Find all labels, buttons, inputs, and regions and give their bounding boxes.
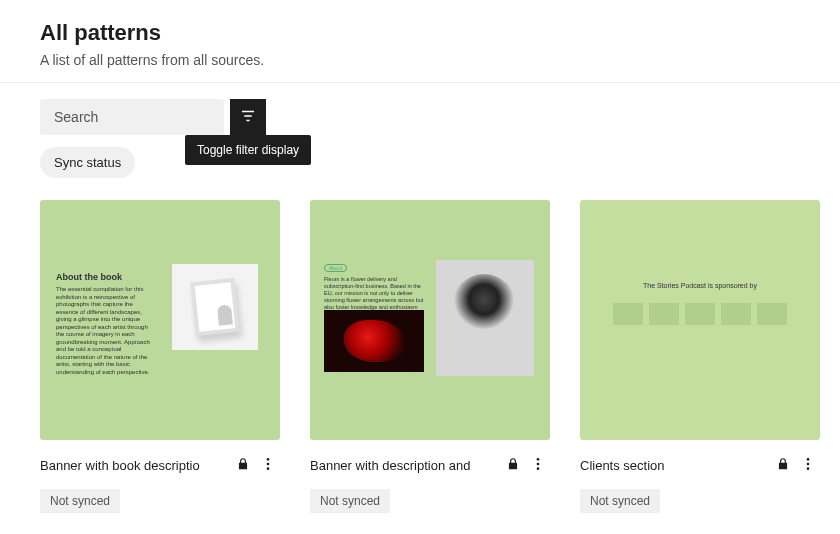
- pattern-card: About the book The essential compilation…: [40, 200, 280, 513]
- lock-icon: [236, 457, 250, 475]
- card-meta-row: Banner with book descriptio: [40, 452, 280, 479]
- logo-placeholder: [757, 303, 787, 325]
- preview-image-bw-plant: [436, 260, 534, 376]
- svg-point-8: [537, 458, 540, 461]
- sync-status-badge: Not synced: [310, 489, 390, 513]
- filter-chips-row: Sync status: [0, 143, 840, 190]
- card-actions: [506, 452, 550, 479]
- preview-chip: About: [324, 264, 347, 272]
- pattern-card: About Fleurs is a flower delivery and su…: [310, 200, 550, 513]
- book-graphic: [190, 278, 239, 336]
- pattern-preview[interactable]: About the book The essential compilation…: [40, 200, 280, 440]
- pattern-title: Banner with description and: [310, 458, 480, 473]
- filter-toggle-button[interactable]: [230, 99, 266, 135]
- logo-placeholder: [649, 303, 679, 325]
- more-vertical-icon: [530, 456, 546, 475]
- preview-logo-row: [580, 303, 820, 325]
- preview-image: [172, 264, 258, 350]
- pattern-preview[interactable]: The Stories Podcast is sponsored by: [580, 200, 820, 440]
- page-description: A list of all patterns from all sources.: [40, 52, 800, 68]
- pattern-card: The Stories Podcast is sponsored by Clie…: [580, 200, 820, 513]
- pattern-title: Clients section: [580, 458, 750, 473]
- more-actions-button[interactable]: [256, 452, 280, 479]
- preview-text-block: About the book The essential compilation…: [56, 272, 156, 376]
- card-actions: [236, 452, 280, 479]
- controls-row: Toggle filter display: [0, 83, 840, 143]
- logo-placeholder: [685, 303, 715, 325]
- page-root: All patterns A list of all patterns from…: [0, 0, 840, 533]
- card-actions: [776, 452, 820, 479]
- sync-status-badge: Not synced: [580, 489, 660, 513]
- card-meta-row: Clients section: [580, 452, 820, 479]
- svg-point-11: [807, 458, 810, 461]
- svg-point-12: [807, 463, 810, 466]
- filter-tooltip: Toggle filter display: [185, 135, 311, 165]
- lock-icon: [776, 457, 790, 475]
- more-actions-button[interactable]: [796, 452, 820, 479]
- logo-placeholder: [721, 303, 751, 325]
- preview-image-red-flower: [324, 310, 424, 372]
- svg-point-6: [267, 463, 270, 466]
- more-vertical-icon: [800, 456, 816, 475]
- page-header: All patterns A list of all patterns from…: [0, 0, 840, 82]
- lock-icon: [506, 457, 520, 475]
- sync-status-badge: Not synced: [40, 489, 120, 513]
- page-title: All patterns: [40, 20, 800, 46]
- svg-point-13: [807, 467, 810, 470]
- patterns-grid: About the book The essential compilation…: [0, 190, 840, 533]
- more-vertical-icon: [260, 456, 276, 475]
- filter-icon: [239, 107, 257, 128]
- pattern-title: Banner with book descriptio: [40, 458, 210, 473]
- logo-placeholder: [613, 303, 643, 325]
- preview-content: The Stories Podcast is sponsored by: [580, 282, 820, 325]
- preview-heading: About the book: [56, 272, 156, 282]
- search-input[interactable]: [52, 108, 231, 126]
- sync-status-chip[interactable]: Sync status: [40, 147, 135, 178]
- svg-point-9: [537, 463, 540, 466]
- card-meta-row: Banner with description and: [310, 452, 550, 479]
- search-wrapper: [40, 99, 224, 135]
- svg-point-5: [267, 458, 270, 461]
- pattern-preview[interactable]: About Fleurs is a flower delivery and su…: [310, 200, 550, 440]
- svg-point-7: [267, 467, 270, 470]
- preview-heading: The Stories Podcast is sponsored by: [580, 282, 820, 289]
- svg-point-10: [537, 467, 540, 470]
- more-actions-button[interactable]: [526, 452, 550, 479]
- preview-body: The essential compilation for this exhib…: [56, 286, 156, 376]
